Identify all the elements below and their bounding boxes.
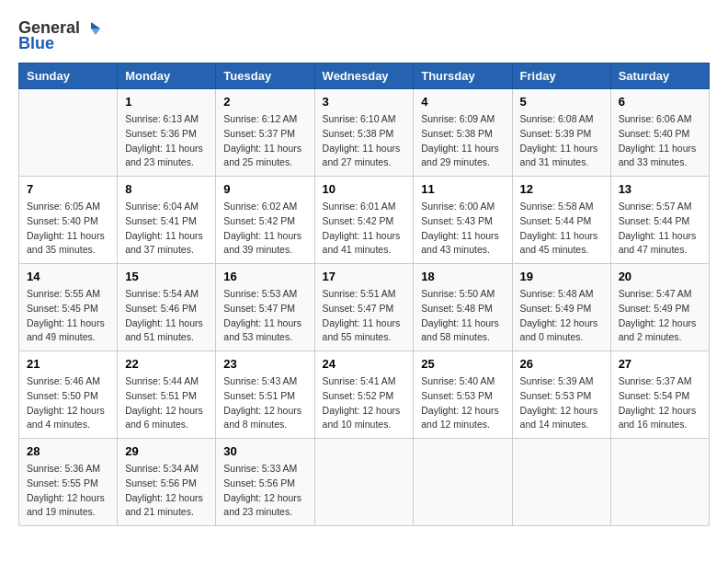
day-detail: Sunrise: 5:37 AMSunset: 5:54 PMDaylight:… — [619, 374, 701, 432]
calendar-day-cell: 5Sunrise: 6:08 AMSunset: 5:39 PMDaylight… — [512, 89, 610, 177]
day-detail: Sunrise: 6:01 AMSunset: 5:42 PMDaylight:… — [323, 200, 406, 258]
calendar-day-cell — [414, 439, 512, 526]
day-detail: Sunrise: 5:36 AMSunset: 5:55 PMDaylight:… — [27, 462, 109, 520]
day-number: 16 — [223, 270, 306, 283]
day-detail: Sunrise: 5:44 AMSunset: 5:51 PMDaylight:… — [125, 374, 208, 432]
day-detail: Sunrise: 5:40 AMSunset: 5:53 PMDaylight:… — [421, 374, 504, 432]
day-number: 15 — [125, 270, 208, 283]
calendar-day-cell: 15Sunrise: 5:54 AMSunset: 5:46 PMDayligh… — [118, 264, 216, 351]
day-number: 30 — [223, 444, 306, 458]
calendar-day-cell: 13Sunrise: 5:57 AMSunset: 5:44 PMDayligh… — [610, 177, 709, 264]
day-detail: Sunrise: 5:33 AMSunset: 5:56 PMDaylight:… — [223, 462, 306, 520]
day-detail: Sunrise: 6:08 AMSunset: 5:39 PMDaylight:… — [520, 112, 603, 170]
day-number: 5 — [520, 95, 603, 109]
day-detail: Sunrise: 6:09 AMSunset: 5:38 PMDaylight:… — [421, 112, 504, 170]
calendar-day-cell: 7Sunrise: 6:05 AMSunset: 5:40 PMDaylight… — [19, 177, 118, 264]
calendar-day-cell: 29Sunrise: 5:34 AMSunset: 5:56 PMDayligh… — [118, 439, 216, 526]
calendar-day-cell: 19Sunrise: 5:48 AMSunset: 5:49 PMDayligh… — [512, 264, 610, 351]
calendar-day-cell: 12Sunrise: 5:58 AMSunset: 5:44 PMDayligh… — [512, 177, 610, 264]
day-number: 13 — [619, 182, 701, 196]
day-detail: Sunrise: 5:46 AMSunset: 5:50 PMDaylight:… — [27, 374, 109, 432]
day-detail: Sunrise: 5:34 AMSunset: 5:56 PMDaylight:… — [125, 462, 208, 520]
calendar-day-cell — [610, 439, 709, 526]
calendar-body: 1Sunrise: 6:13 AMSunset: 5:36 PMDaylight… — [19, 89, 710, 526]
day-number: 17 — [323, 270, 406, 283]
day-number: 6 — [619, 95, 701, 109]
calendar-day-cell: 6Sunrise: 6:06 AMSunset: 5:40 PMDaylight… — [610, 89, 709, 177]
day-number: 18 — [421, 270, 504, 283]
calendar-week-row: 1Sunrise: 6:13 AMSunset: 5:36 PMDaylight… — [19, 89, 710, 177]
calendar-day-cell: 16Sunrise: 5:53 AMSunset: 5:47 PMDayligh… — [216, 264, 314, 351]
day-of-week-header: Thursday — [414, 63, 512, 89]
calendar-header-row: SundayMondayTuesdayWednesdayThursdayFrid… — [19, 63, 710, 89]
calendar-day-cell — [19, 89, 118, 177]
calendar-day-cell: 21Sunrise: 5:46 AMSunset: 5:50 PMDayligh… — [19, 351, 118, 439]
calendar-day-cell: 9Sunrise: 6:02 AMSunset: 5:42 PMDaylight… — [216, 177, 314, 264]
calendar-day-cell: 18Sunrise: 5:50 AMSunset: 5:48 PMDayligh… — [414, 264, 512, 351]
day-number: 1 — [125, 95, 208, 109]
day-detail: Sunrise: 6:05 AMSunset: 5:40 PMDaylight:… — [27, 200, 109, 258]
calendar-day-cell: 24Sunrise: 5:41 AMSunset: 5:52 PMDayligh… — [314, 351, 414, 439]
svg-marker-1 — [91, 29, 100, 35]
logo-blue: Blue — [18, 34, 54, 53]
day-of-week-header: Wednesday — [314, 63, 414, 89]
day-detail: Sunrise: 5:50 AMSunset: 5:48 PMDaylight:… — [421, 287, 504, 345]
calendar-day-cell: 2Sunrise: 6:12 AMSunset: 5:37 PMDaylight… — [216, 89, 314, 177]
svg-marker-0 — [91, 22, 100, 29]
calendar-day-cell: 10Sunrise: 6:01 AMSunset: 5:42 PMDayligh… — [314, 177, 414, 264]
calendar-day-cell: 22Sunrise: 5:44 AMSunset: 5:51 PMDayligh… — [118, 351, 216, 439]
logo-bird-icon — [82, 20, 102, 37]
day-detail: Sunrise: 5:48 AMSunset: 5:49 PMDaylight:… — [520, 287, 603, 345]
day-detail: Sunrise: 5:55 AMSunset: 5:45 PMDaylight:… — [27, 287, 109, 345]
day-number: 4 — [421, 95, 504, 109]
logo: General Blue — [18, 18, 102, 53]
day-of-week-header: Saturday — [610, 63, 709, 89]
day-detail: Sunrise: 6:10 AMSunset: 5:38 PMDaylight:… — [323, 112, 406, 170]
day-number: 29 — [125, 444, 208, 458]
day-detail: Sunrise: 6:06 AMSunset: 5:40 PMDaylight:… — [619, 112, 701, 170]
day-detail: Sunrise: 5:57 AMSunset: 5:44 PMDaylight:… — [619, 200, 701, 258]
calendar-day-cell: 25Sunrise: 5:40 AMSunset: 5:53 PMDayligh… — [414, 351, 512, 439]
calendar-week-row: 7Sunrise: 6:05 AMSunset: 5:40 PMDaylight… — [19, 177, 710, 264]
calendar-day-cell: 23Sunrise: 5:43 AMSunset: 5:51 PMDayligh… — [216, 351, 314, 439]
day-number: 20 — [619, 270, 701, 283]
day-number: 12 — [520, 182, 603, 196]
calendar-day-cell: 26Sunrise: 5:39 AMSunset: 5:53 PMDayligh… — [512, 351, 610, 439]
day-of-week-header: Tuesday — [216, 63, 314, 89]
day-detail: Sunrise: 5:39 AMSunset: 5:53 PMDaylight:… — [520, 374, 603, 432]
day-detail: Sunrise: 5:53 AMSunset: 5:47 PMDaylight:… — [223, 287, 306, 345]
page-header: General Blue — [18, 18, 710, 53]
calendar-day-cell: 11Sunrise: 6:00 AMSunset: 5:43 PMDayligh… — [414, 177, 512, 264]
calendar-week-row: 21Sunrise: 5:46 AMSunset: 5:50 PMDayligh… — [19, 351, 710, 439]
day-number: 26 — [520, 357, 603, 371]
day-detail: Sunrise: 5:43 AMSunset: 5:51 PMDaylight:… — [223, 374, 306, 432]
day-number: 19 — [520, 270, 603, 283]
day-number: 9 — [223, 182, 306, 196]
calendar-day-cell: 27Sunrise: 5:37 AMSunset: 5:54 PMDayligh… — [610, 351, 709, 439]
day-number: 8 — [125, 182, 208, 196]
day-number: 22 — [125, 357, 208, 371]
day-detail: Sunrise: 5:54 AMSunset: 5:46 PMDaylight:… — [125, 287, 208, 345]
day-number: 21 — [27, 357, 109, 371]
day-detail: Sunrise: 5:51 AMSunset: 5:47 PMDaylight:… — [323, 287, 406, 345]
day-detail: Sunrise: 5:58 AMSunset: 5:44 PMDaylight:… — [520, 200, 603, 258]
calendar-day-cell: 3Sunrise: 6:10 AMSunset: 5:38 PMDaylight… — [314, 89, 414, 177]
day-of-week-header: Friday — [512, 63, 610, 89]
day-number: 3 — [323, 95, 406, 109]
day-detail: Sunrise: 5:41 AMSunset: 5:52 PMDaylight:… — [323, 374, 406, 432]
calendar-table: SundayMondayTuesdayWednesdayThursdayFrid… — [18, 63, 710, 526]
day-number: 28 — [27, 444, 109, 458]
day-of-week-header: Monday — [118, 63, 216, 89]
day-number: 11 — [421, 182, 504, 196]
calendar-day-cell: 30Sunrise: 5:33 AMSunset: 5:56 PMDayligh… — [216, 439, 314, 526]
calendar-day-cell: 1Sunrise: 6:13 AMSunset: 5:36 PMDaylight… — [118, 89, 216, 177]
calendar-day-cell — [512, 439, 610, 526]
day-number: 7 — [27, 182, 109, 196]
calendar-day-cell: 4Sunrise: 6:09 AMSunset: 5:38 PMDaylight… — [414, 89, 512, 177]
calendar-day-cell: 14Sunrise: 5:55 AMSunset: 5:45 PMDayligh… — [19, 264, 118, 351]
calendar-day-cell: 17Sunrise: 5:51 AMSunset: 5:47 PMDayligh… — [314, 264, 414, 351]
day-number: 14 — [27, 270, 109, 283]
day-number: 23 — [223, 357, 306, 371]
day-detail: Sunrise: 6:00 AMSunset: 5:43 PMDaylight:… — [421, 200, 504, 258]
day-detail: Sunrise: 5:47 AMSunset: 5:49 PMDaylight:… — [619, 287, 701, 345]
